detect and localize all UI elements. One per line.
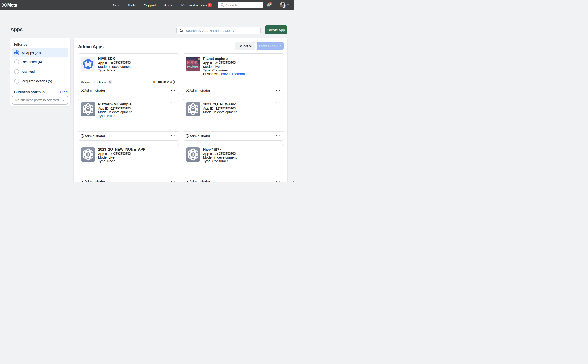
svg-text:Planet: Planet <box>187 60 198 64</box>
svg-text:explore: explore <box>187 65 198 68</box>
